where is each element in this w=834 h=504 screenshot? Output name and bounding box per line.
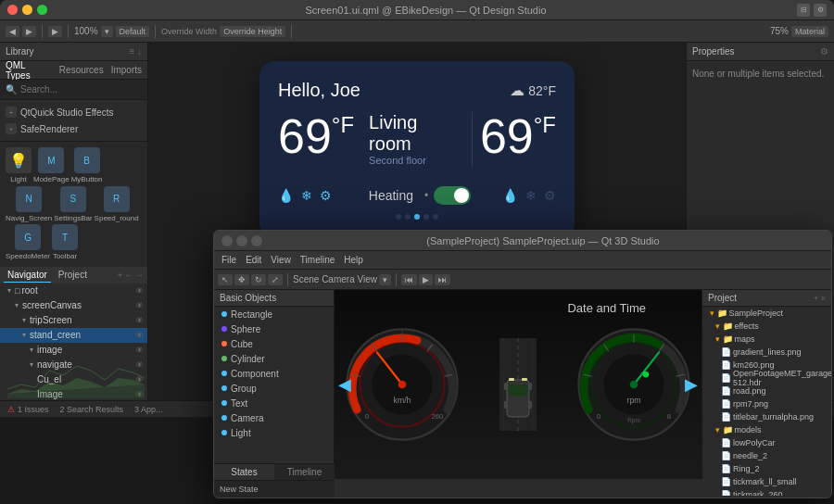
dot-4[interactable] xyxy=(423,214,429,220)
library-search-input[interactable] xyxy=(20,84,142,94)
visibility-icon[interactable]: 👁 xyxy=(135,301,144,310)
sw-file-openfoot[interactable]: 📄 OpenFootageMET_garage-512.hdr xyxy=(702,372,831,384)
maximize-button[interactable] xyxy=(37,5,47,15)
next-arrow-icon[interactable]: ▶ xyxy=(685,374,698,395)
sw-obj-group[interactable]: Group xyxy=(214,381,334,396)
sw-play-btn[interactable]: ▶ xyxy=(419,274,433,285)
prev-arrow-icon[interactable]: ◀ xyxy=(338,374,351,395)
visibility-icon[interactable]: 👁 xyxy=(135,331,144,340)
sw-menu-timeline[interactable]: Timeline xyxy=(297,255,338,265)
zoom-dropdown[interactable]: ▾ xyxy=(101,26,113,37)
status-search[interactable]: 2 Search Results xyxy=(60,405,124,414)
comp-modepage[interactable]: M ModePage xyxy=(33,147,70,184)
tree-screencanvas-label: screenCanvas xyxy=(22,300,82,310)
sw-obj-camera[interactable]: Camera xyxy=(214,410,334,425)
comp-mybutton-label: MyButton xyxy=(71,175,103,184)
sw-file-gradient[interactable]: 📄 gradient_lines.png xyxy=(702,346,831,359)
search-icon: 🔍 xyxy=(6,84,17,94)
visibility-icon[interactable]: 👁 xyxy=(135,286,144,296)
sw-playback-controls: ⏮ ▶ ⏭ xyxy=(401,274,450,285)
close-button[interactable] xyxy=(7,5,18,15)
sw-obj-text[interactable]: Text xyxy=(214,396,334,410)
sw-menu-view[interactable]: View xyxy=(267,255,295,265)
tree-screencanvas[interactable]: ▾ screenCanvas 👁 xyxy=(0,298,147,313)
sw-move-tool[interactable]: ✥ xyxy=(234,274,249,285)
properties-icon[interactable]: ⚙ xyxy=(820,46,828,57)
comp-navig[interactable]: N Navig_Screen xyxy=(6,186,52,223)
sw-close-btn[interactable]: × xyxy=(251,235,262,246)
tree-standcreen[interactable]: ▾ stand_creen 👁 xyxy=(0,328,147,343)
sw-obj-cylinder[interactable]: Cylinder xyxy=(214,351,334,366)
sw-minimize-btn[interactable]: − xyxy=(221,235,233,246)
material-dropdown[interactable]: Material xyxy=(791,26,828,37)
sw-project-actions[interactable]: + × xyxy=(814,294,826,303)
safe-renderer-item[interactable]: + SafeRenderer xyxy=(6,120,142,137)
sw-file-needle[interactable]: 📄 needle_2 xyxy=(702,449,831,462)
sw-obj-light[interactable]: Light xyxy=(214,425,334,440)
sw-play-start-btn[interactable]: ⏮ xyxy=(401,274,417,285)
sw-project-root[interactable]: ▾ 📁 SampleProject xyxy=(702,307,831,320)
lib-tab-qmltypes[interactable]: QML Types xyxy=(6,60,52,81)
comp-toolbar[interactable]: T Toolbar xyxy=(52,224,78,261)
sw-effects-folder[interactable]: ▾ 📁 effects xyxy=(702,320,831,333)
sw-scale-tool[interactable]: ⤢ xyxy=(268,274,283,285)
sw-menu-help[interactable]: Help xyxy=(340,255,367,265)
lib-tab-imports[interactable]: Imports xyxy=(111,65,142,75)
camera-dropdown[interactable]: ▾ xyxy=(379,274,391,285)
lib-tab-resources[interactable]: Resources xyxy=(59,65,104,75)
sw-select-tool[interactable]: ↖ xyxy=(218,274,233,285)
settings-icon[interactable]: ⚙ xyxy=(814,4,827,17)
sw-obj-sphere[interactable]: Sphere xyxy=(214,321,334,336)
sw-file-titlebar[interactable]: 📄 titlebar_turnalpha.png xyxy=(702,410,831,423)
sw-obj-component[interactable]: Component xyxy=(214,366,334,381)
sw-maximize-btn[interactable]: □ xyxy=(236,235,247,246)
sw-menu-file[interactable]: File xyxy=(218,255,240,265)
tab-navigator[interactable]: Navigator xyxy=(4,268,51,283)
dot-1[interactable] xyxy=(396,214,401,220)
sw-file-tickmark-small[interactable]: 📄 tickmark_ll_small xyxy=(702,475,831,488)
library-actions[interactable]: ≡ ↓ xyxy=(129,46,142,57)
sw-rotate-tool[interactable]: ↻ xyxy=(251,274,266,285)
comp-settingsbar[interactable]: S SettingsBar xyxy=(54,186,92,223)
obj-rect-label: Rectangle xyxy=(231,309,272,320)
sw-play-end-btn[interactable]: ⏭ xyxy=(435,274,450,285)
toolbar-run-btn[interactable]: ▶ xyxy=(48,26,62,37)
minimize-button[interactable] xyxy=(22,5,32,15)
mode-dropdown[interactable]: Default xyxy=(116,26,150,37)
status-issues[interactable]: ⚠ 1 Issues xyxy=(7,405,49,414)
comp-light[interactable]: 💡 Light xyxy=(6,147,32,184)
sw-canvas[interactable]: Date and Time ◀ xyxy=(335,290,701,479)
status-app[interactable]: 3 App... xyxy=(134,405,163,414)
sw-timeline-tab[interactable]: Timeline xyxy=(274,464,335,480)
sw-tickmark-260-label: tickmark_260 xyxy=(733,490,783,496)
dot-5[interactable] xyxy=(433,214,438,220)
sw-states-tab[interactable]: States xyxy=(214,464,274,480)
sw-file-tickmark-260[interactable]: 📄 tickmark_260 xyxy=(702,488,831,496)
nav-actions[interactable]: + ← → xyxy=(118,271,144,280)
sw-maps-folder[interactable]: ▾ 📁 maps xyxy=(702,333,831,346)
comp-mybutton[interactable]: B MyButton xyxy=(71,147,103,184)
tree-tripscreen[interactable]: ▾ tripScreen 👁 xyxy=(0,313,147,328)
toolbar-back-btn[interactable]: ◀ xyxy=(6,26,19,37)
sw-file-lowpolycar[interactable]: 📄 lowPolyCar xyxy=(702,436,831,449)
sidebar-toggle-icon[interactable]: ⊟ xyxy=(797,4,810,17)
sw-obj-rectangle[interactable]: Rectangle xyxy=(214,307,334,321)
sh-room-name: Living room xyxy=(369,112,464,155)
sw-file-ring[interactable]: 📄 Ring_2 xyxy=(702,462,831,475)
tab-project[interactable]: Project xyxy=(55,268,91,282)
qtquick-studio-effects-item[interactable]: + QtQuick Studio Effects xyxy=(6,104,142,120)
sw-file-rpm7[interactable]: 📄 rpm7.png xyxy=(702,397,831,410)
sh-toggle-switch[interactable] xyxy=(434,186,471,205)
sw-new-state-btn[interactable]: New State xyxy=(220,485,329,494)
sw-obj-cube[interactable]: Cube xyxy=(214,336,334,351)
tree-root[interactable]: ▾ □ root 👁 xyxy=(0,284,147,298)
comp-speed[interactable]: R Speed_round xyxy=(95,186,139,223)
sw-menu-edit[interactable]: Edit xyxy=(242,255,265,265)
toolbar-forward-btn[interactable]: ▶ xyxy=(22,26,36,37)
dot-3[interactable] xyxy=(414,214,420,220)
override-height-btn[interactable]: Override Height xyxy=(220,26,285,37)
sw-models-folder[interactable]: ▾ 📁 models xyxy=(702,423,831,436)
visibility-icon[interactable]: 👁 xyxy=(135,316,144,325)
comp-speedo[interactable]: G SpeedoMeter xyxy=(6,224,50,261)
dot-2[interactable] xyxy=(405,214,411,220)
